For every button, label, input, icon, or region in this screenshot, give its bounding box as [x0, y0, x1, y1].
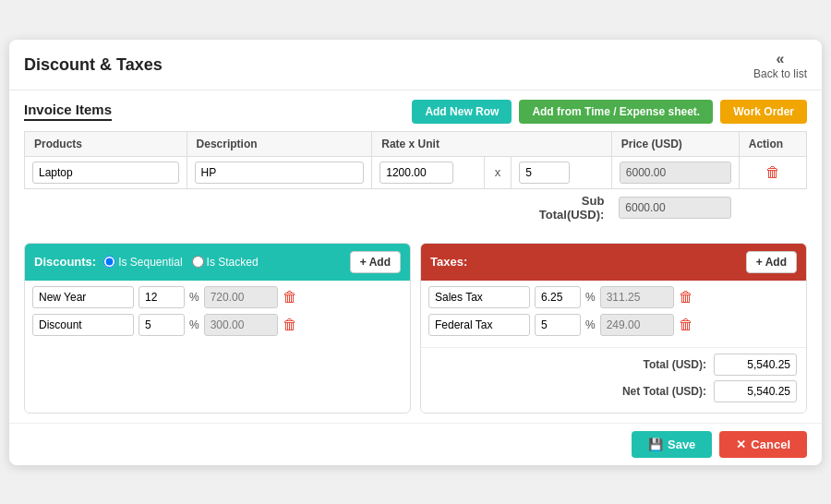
taxes-title: Taxes:	[430, 255, 467, 269]
tax-percent-1[interactable]	[535, 314, 581, 336]
items-table: Products Description Rate x Unit Price (…	[24, 131, 807, 226]
close-icon: ✕	[736, 438, 746, 451]
tax-percent-0[interactable]	[535, 286, 581, 308]
tax-row-1: % 🗑	[428, 314, 799, 336]
invoice-header-row: Invoice Items Add New Row Add from Time …	[24, 100, 807, 124]
taxes-panel-header: Taxes: + Add	[421, 244, 806, 281]
delete-tax-0[interactable]: 🗑	[679, 289, 693, 306]
total-value	[714, 354, 797, 376]
discount-percent-0[interactable]	[138, 286, 185, 308]
discount-name-1[interactable]	[32, 314, 134, 336]
is-stacked-radio[interactable]	[192, 256, 204, 268]
discounts-panel: Discounts: Is Sequential Is Stacked + Ad…	[24, 243, 411, 414]
rate-input[interactable]	[379, 162, 453, 184]
net-total-value	[714, 380, 797, 402]
discounts-panel-body: % 🗑 % 🗑	[25, 281, 410, 347]
price-display: 6000.00	[620, 162, 731, 184]
invoice-buttons: Add New Row Add from Time / Expense shee…	[412, 100, 807, 124]
col-header-description: Description	[187, 131, 372, 156]
add-from-time-button[interactable]: Add from Time / Expense sheet.	[519, 100, 713, 124]
save-label: Save	[668, 438, 695, 451]
is-stacked-label[interactable]: Is Stacked	[192, 256, 259, 269]
unit-input[interactable]	[519, 162, 570, 184]
delete-discount-1[interactable]: 🗑	[283, 317, 297, 333]
discount-row-1: % 🗑	[32, 314, 403, 336]
tax-name-0[interactable]	[428, 286, 530, 308]
cancel-label: Cancel	[751, 438, 790, 451]
tax-row-0: % 🗑	[428, 286, 799, 308]
discount-amount-0	[204, 286, 278, 308]
net-total-row: Net Total (USD):	[430, 380, 797, 402]
save-icon: 💾	[648, 438, 663, 451]
tax-amount-0	[600, 286, 674, 308]
discounts-title: Discounts:	[34, 255, 96, 269]
back-to-list-label: Back to list	[753, 67, 807, 80]
table-header-row: Products Description Rate x Unit Price (…	[25, 131, 807, 156]
is-sequential-radio[interactable]	[103, 256, 115, 268]
totals-section: Total (USD): Net Total (USD):	[421, 347, 806, 413]
tax-pct-symbol-0: %	[585, 291, 596, 304]
chevron-double-left-icon: «	[777, 51, 785, 67]
discount-row-0: % 🗑	[32, 286, 403, 308]
col-header-price: Price (USD)	[611, 131, 739, 156]
col-header-products: Products	[25, 131, 187, 156]
net-total-label: Net Total (USD):	[622, 385, 706, 398]
total-row: Total (USD):	[430, 354, 797, 376]
page-title: Discount & Taxes	[24, 55, 163, 75]
table-row: x 6000.00 🗑	[25, 156, 807, 188]
delete-tax-1[interactable]: 🗑	[679, 317, 693, 333]
subtotal-value	[619, 197, 731, 219]
discount-name-0[interactable]	[32, 286, 134, 308]
total-label: Total (USD):	[644, 358, 706, 371]
work-order-button[interactable]: Work Order	[720, 100, 807, 124]
discount-percent-1[interactable]	[138, 314, 185, 336]
tax-amount-1	[600, 314, 674, 336]
invoice-title: Invoice Items	[24, 102, 112, 121]
col-header-action: Action	[739, 131, 806, 156]
add-new-row-button[interactable]: Add New Row	[412, 100, 512, 124]
tax-name-1[interactable]	[428, 314, 530, 336]
subtotal-row: Sub Total(USD):	[25, 188, 807, 226]
delete-row-button[interactable]: 🗑	[739, 156, 806, 188]
subtotal-label: Sub Total(USD):	[512, 188, 612, 226]
taxes-header-left: Taxes:	[430, 255, 467, 269]
cancel-button[interactable]: ✕ Cancel	[719, 431, 807, 458]
taxes-panel: Taxes: + Add % 🗑 % 🗑	[420, 243, 807, 414]
add-discount-button[interactable]: + Add	[350, 251, 401, 273]
page-header: Discount & Taxes « Back to list	[9, 40, 822, 90]
is-sequential-label[interactable]: Is Sequential	[103, 256, 182, 269]
x-separator: x	[484, 156, 511, 188]
add-tax-button[interactable]: + Add	[746, 251, 797, 273]
discount-pct-symbol-1: %	[189, 318, 199, 331]
back-to-list-button[interactable]: « Back to list	[753, 51, 807, 80]
discounts-panel-header: Discounts: Is Sequential Is Stacked + Ad…	[25, 244, 410, 281]
bottom-panels: Discounts: Is Sequential Is Stacked + Ad…	[9, 235, 822, 423]
delete-discount-0[interactable]: 🗑	[283, 289, 297, 306]
description-input[interactable]	[195, 162, 365, 184]
product-input[interactable]	[32, 162, 179, 184]
discount-amount-1	[204, 314, 278, 336]
discount-radio-group: Is Sequential Is Stacked	[103, 256, 258, 269]
taxes-panel-body: % 🗑 % 🗑	[421, 281, 806, 347]
save-button[interactable]: 💾 Save	[632, 431, 712, 458]
col-header-rate-unit: Rate x Unit	[372, 131, 612, 156]
discounts-header-left: Discounts: Is Sequential Is Stacked	[34, 255, 259, 269]
discount-pct-symbol-0: %	[189, 291, 199, 304]
invoice-section: Invoice Items Add New Row Add from Time …	[9, 90, 822, 235]
footer: 💾 Save ✕ Cancel	[9, 423, 822, 465]
tax-pct-symbol-1: %	[585, 318, 596, 331]
